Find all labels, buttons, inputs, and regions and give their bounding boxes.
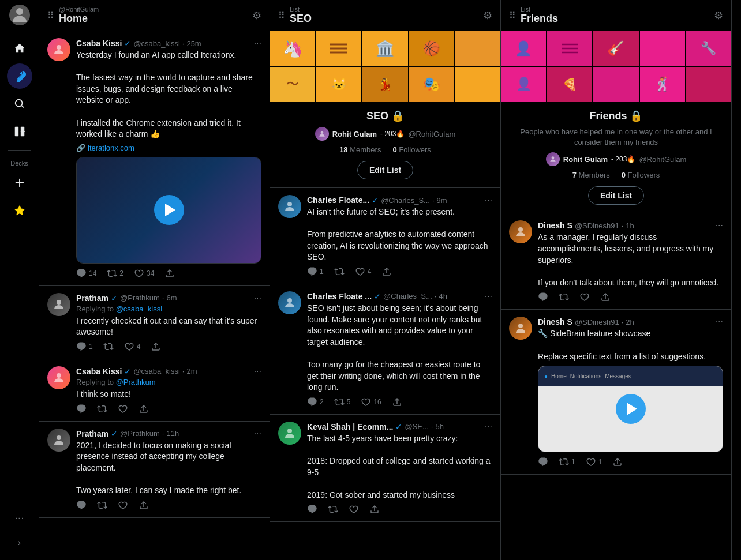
header-left: ⠿ @RohitGulam Home xyxy=(47,6,99,25)
expand-btn[interactable]: › xyxy=(7,530,32,555)
author-name: Csaba Kissi xyxy=(76,367,122,376)
home-settings-icon[interactable]: ⚙ xyxy=(252,9,261,22)
author-name: Dinesh S xyxy=(538,317,572,326)
share-action[interactable] xyxy=(139,404,149,414)
avatar xyxy=(278,422,301,445)
header-text: List Friends xyxy=(521,6,558,25)
friends-edit-list-button[interactable]: Edit List xyxy=(588,186,644,205)
home-column-body: Csaba Kissi ✓ @csaba_kissi · 25m ··· Yes… xyxy=(39,31,270,560)
like-action[interactable]: 4 xyxy=(124,341,141,352)
tweet-header: Csaba Kissi ✓ @csaba_kissi · 25m ··· xyxy=(76,38,261,48)
reply-handle[interactable]: @Prathkum xyxy=(116,378,156,386)
play-button[interactable] xyxy=(616,394,646,424)
share-action[interactable] xyxy=(164,268,175,279)
seo-edit-list-button[interactable]: Edit List xyxy=(357,161,413,179)
seo-list-info: SEO 🔒 Rohit Gulam - 203🔥 @RohitGulam 18 … xyxy=(270,102,500,188)
share-action[interactable] xyxy=(139,500,149,510)
retweet-action[interactable]: 1 xyxy=(559,457,575,467)
verified-icon: ✓ xyxy=(111,429,118,438)
reply-action[interactable] xyxy=(76,404,87,414)
tweet-meta: Csaba Kissi ✓ @csaba_kissi · 25m xyxy=(76,39,201,48)
share-action[interactable] xyxy=(600,292,611,302)
reply-action[interactable]: 1 xyxy=(76,341,93,352)
tweet-more-btn[interactable]: ··· xyxy=(716,220,723,231)
tweet-more-btn[interactable]: ··· xyxy=(485,422,492,432)
user-avatar[interactable] xyxy=(9,5,30,25)
tweet-actions xyxy=(76,500,261,510)
tweet-meta: Dinesh S @SDinesh91 · 2h xyxy=(538,317,634,326)
retweet-action[interactable] xyxy=(328,504,338,514)
retweet-action[interactable] xyxy=(97,404,107,414)
tweet-video-thumbnail[interactable] xyxy=(76,157,261,264)
tweet-text: Yesterday I found an AI app called Itera… xyxy=(76,50,261,140)
retweet-action[interactable]: 2 xyxy=(107,268,124,279)
share-action[interactable] xyxy=(392,397,402,407)
like-action[interactable] xyxy=(118,404,128,414)
tweet-more-btn[interactable]: ··· xyxy=(254,38,261,48)
retweet-action[interactable] xyxy=(334,266,345,277)
search-icon-btn[interactable] xyxy=(7,91,32,116)
star-icon-btn[interactable] xyxy=(7,198,32,223)
tweet-time: 25m xyxy=(186,39,201,48)
tweet-more-btn[interactable]: ··· xyxy=(485,291,492,302)
add-deck-icon-btn[interactable] xyxy=(7,170,32,196)
share-action[interactable] xyxy=(612,457,623,467)
like-action[interactable]: 4 xyxy=(355,266,372,277)
reply-action[interactable]: 14 xyxy=(76,268,96,279)
tweet-header: Charles Floate... ✓ @Charles_S... · 9m ·… xyxy=(307,195,492,205)
tweet-content: Pratham ✓ @Prathkum · 6m ··· Replying to… xyxy=(76,293,261,352)
reply-action[interactable] xyxy=(307,504,317,514)
like-action[interactable]: 16 xyxy=(361,397,381,407)
tweet-time: 11h xyxy=(166,429,179,438)
share-action[interactable] xyxy=(151,341,161,352)
like-action[interactable] xyxy=(579,292,590,302)
retweet-action[interactable] xyxy=(559,292,569,302)
add-column-icon-btn[interactable] xyxy=(7,119,32,144)
reply-action[interactable] xyxy=(76,500,87,510)
list-owner-row: Rohit Gulam - 203🔥 @RohitGulam xyxy=(278,127,492,141)
members-stat: 18 Members xyxy=(339,145,381,154)
tweet-item: Dinesh S @SDinesh91 · 2h ··· 🔧 SideBrain… xyxy=(501,310,731,475)
like-action[interactable]: 34 xyxy=(134,268,154,279)
tweet-more-btn[interactable]: ··· xyxy=(716,317,723,327)
tweet-more-btn[interactable]: ··· xyxy=(254,366,261,377)
reply-action[interactable]: 1 xyxy=(307,266,324,277)
tweet-more-btn[interactable]: ··· xyxy=(254,293,261,303)
seo-settings-icon[interactable]: ⚙ xyxy=(483,9,492,22)
hero-cell xyxy=(455,31,500,66)
tweet-more-btn[interactable]: ··· xyxy=(254,429,261,439)
tweet-meta: Dinesh S @SDinesh91 · 1h xyxy=(538,221,634,230)
reply-action[interactable] xyxy=(538,292,548,302)
tweet-item: Csaba Kissi ✓ @csaba_kissi · 2m ··· Repl… xyxy=(39,359,270,422)
like-action[interactable]: 1 xyxy=(586,457,602,467)
owner-avatar xyxy=(315,127,329,141)
owner-name: Rohit Gulam xyxy=(332,130,377,138)
reply-action[interactable]: 2 xyxy=(307,397,324,407)
reply-handle[interactable]: @csaba_kissi xyxy=(116,305,162,313)
tweet-link[interactable]: 🔗 iterationx.com xyxy=(76,144,261,152)
share-action[interactable] xyxy=(381,266,392,277)
tweet-handle: @Prathkum xyxy=(120,294,160,302)
friends-settings-icon[interactable]: ⚙ xyxy=(714,9,723,22)
tweet-more-btn[interactable]: ··· xyxy=(485,195,492,205)
followers-count: 0 xyxy=(622,171,626,179)
reply-action[interactable] xyxy=(538,457,548,467)
tweet-video-thumbnail[interactable]: ● HomeNotificationsMessages xyxy=(538,366,723,452)
friends-column-header: ⠿ List Friends ⚙ xyxy=(501,0,731,31)
more-options-btn[interactable]: ··· xyxy=(7,505,32,530)
tweet-text: I recently checked it out and can say th… xyxy=(76,315,261,338)
home-icon-btn[interactable] xyxy=(7,36,32,61)
retweet-action[interactable] xyxy=(103,341,114,352)
friends-column-title: Friends xyxy=(521,13,558,25)
play-button[interactable] xyxy=(154,195,184,225)
retweet-action[interactable]: 5 xyxy=(334,397,351,407)
share-action[interactable] xyxy=(369,504,380,514)
header-left: ⠿ List SEO xyxy=(278,6,312,25)
tweet-item: Charles Floate... ✓ @Charles_S... · 9m ·… xyxy=(270,188,500,284)
retweet-action[interactable] xyxy=(97,500,107,510)
hero-cell xyxy=(686,67,731,102)
like-action[interactable] xyxy=(118,500,128,510)
header-left: ⠿ List Friends xyxy=(509,6,558,25)
feather-icon-btn[interactable] xyxy=(7,63,32,89)
like-action[interactable] xyxy=(349,504,359,514)
